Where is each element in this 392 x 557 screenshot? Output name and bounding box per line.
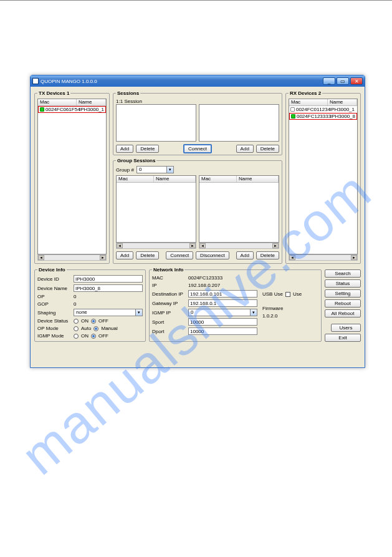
status-dot-icon bbox=[291, 114, 295, 119]
igmp-on-radio[interactable] bbox=[74, 334, 79, 339]
device-info-legend: Device Info bbox=[37, 267, 67, 273]
rx-devices-group: RX Devices 2 Mac Name 0024FC011234 IPH30… bbox=[285, 90, 361, 264]
sessions-delete-right-button[interactable]: Delete bbox=[256, 145, 279, 153]
usb-use-label: USB Use bbox=[262, 291, 283, 297]
igmp-mode-label: IGMP Mode bbox=[37, 333, 71, 339]
shaping-combo[interactable]: none▾ bbox=[74, 309, 143, 316]
device-id-label: Device ID bbox=[37, 276, 71, 282]
rx-legend: RX Devices 2 bbox=[289, 90, 322, 96]
device-info-group: Device Info Device ID Device Name OP0 GO… bbox=[34, 267, 146, 342]
group-add-right-button[interactable]: Add bbox=[236, 251, 254, 259]
chevron-down-icon: ▾ bbox=[250, 309, 257, 316]
sessions-connect-button[interactable]: Connect bbox=[183, 144, 212, 153]
group-scroll-left[interactable]: ◄► bbox=[116, 243, 196, 249]
ip-label: IP bbox=[152, 283, 186, 288]
titlebar: QUOPIN MANGO 1.0.0.0 _ ▭ ✕ bbox=[31, 75, 365, 87]
device-status-label: Device Status bbox=[37, 318, 71, 324]
users-button[interactable]: Users bbox=[331, 324, 361, 332]
network-info-group: Network Info MAC0024FC123333 IP192.168.0… bbox=[149, 267, 322, 342]
device-name-label: Device Name bbox=[37, 286, 71, 291]
device-id-input[interactable] bbox=[74, 275, 143, 283]
status-dot-icon bbox=[290, 107, 295, 112]
destip-input[interactable] bbox=[188, 290, 257, 298]
sessions-group: Sessions 1:1 Session Add Delete Connect bbox=[113, 90, 282, 155]
minimize-button[interactable]: _ bbox=[323, 77, 335, 85]
exit-button[interactable]: Exit bbox=[325, 334, 361, 342]
group-delete-right-button[interactable]: Delete bbox=[256, 251, 279, 259]
tx-device-list[interactable]: Mac Name 0024FC061F54 IPH3000_1 bbox=[37, 99, 107, 254]
group-list-left[interactable]: Mac Name bbox=[116, 175, 196, 243]
sessions-list-left[interactable] bbox=[116, 104, 196, 142]
status-on-radio[interactable] bbox=[74, 319, 79, 324]
firmware-value: 1.0.2.0 bbox=[262, 313, 318, 319]
igmp-off-radio[interactable] bbox=[91, 334, 96, 339]
sessions-delete-left-button[interactable]: Delete bbox=[136, 145, 159, 153]
group-delete-left-button[interactable]: Delete bbox=[136, 251, 159, 259]
tx-scroll[interactable]: ◄► bbox=[37, 254, 107, 261]
rx-col-mac: Mac bbox=[289, 99, 328, 105]
dport-input[interactable] bbox=[188, 327, 257, 335]
close-button[interactable]: ✕ bbox=[350, 77, 363, 85]
chevron-down-icon: ▾ bbox=[135, 309, 142, 316]
group-legend: Group Sessions bbox=[116, 158, 156, 163]
rx-row-0[interactable]: 0024FC011234 IPH3000_1 bbox=[289, 106, 357, 113]
sessions-legend: Sessions bbox=[116, 90, 140, 96]
group-list-right[interactable]: Mac Name bbox=[199, 175, 279, 243]
group-num-label: Group # bbox=[116, 167, 134, 173]
app-window: QUOPIN MANGO 1.0.0.0 _ ▭ ✕ TX Devices 1 … bbox=[30, 75, 365, 368]
rx-scroll[interactable]: ◄► bbox=[289, 254, 358, 261]
op-auto-radio[interactable] bbox=[74, 326, 79, 331]
maximize-button[interactable]: ▭ bbox=[337, 77, 349, 85]
sessions-list-right[interactable] bbox=[199, 104, 279, 142]
mac-value: 0024FC123333 bbox=[188, 275, 222, 281]
group-connect-button[interactable]: Connect bbox=[166, 251, 193, 259]
group-add-left-button[interactable]: Add bbox=[116, 251, 133, 259]
rx-col-name: Name bbox=[328, 99, 357, 105]
tx-legend: TX Devices 1 bbox=[37, 90, 70, 96]
rx-device-list[interactable]: Mac Name 0024FC011234 IPH3000_1 0024FC12… bbox=[289, 99, 358, 254]
usb-use-checkbox[interactable] bbox=[285, 292, 290, 297]
sport-input[interactable] bbox=[188, 318, 257, 326]
status-button[interactable]: Status bbox=[325, 279, 361, 288]
igmpip-label: IGMP IP bbox=[152, 310, 186, 316]
gateway-input[interactable] bbox=[188, 299, 257, 307]
group-num-combo[interactable]: 0▾ bbox=[136, 166, 174, 173]
tx-row-0[interactable]: 0024FC061F54 IPH3000_1 bbox=[38, 106, 106, 113]
shaping-label: Shaping bbox=[37, 310, 71, 316]
sessions-add-left-button[interactable]: Add bbox=[116, 145, 133, 153]
igmpip-combo[interactable]: 0▾ bbox=[188, 309, 257, 316]
tx-devices-group: TX Devices 1 Mac Name 0024FC061F54 IPH30… bbox=[34, 90, 110, 264]
network-info-legend: Network Info bbox=[152, 267, 184, 273]
op-mode-label: OP Mode bbox=[37, 326, 71, 331]
gop-label: GOP bbox=[37, 301, 71, 307]
destip-label: Destination IP bbox=[152, 291, 186, 297]
gateway-label: Gateway IP bbox=[152, 301, 186, 306]
rx-row-1[interactable]: 0024FC123333 IPH3000_8 bbox=[289, 113, 357, 120]
all-reboot-button[interactable]: All Reboot bbox=[325, 309, 361, 317]
ip-value: 192.168.0.207 bbox=[188, 283, 220, 288]
setting-button[interactable]: Setting bbox=[325, 289, 361, 298]
group-sessions-group: Group Sessions Group # 0▾ Mac Name bbox=[113, 158, 282, 264]
sessions-sub: 1:1 Session bbox=[116, 99, 279, 104]
tx-col-mac: Mac bbox=[38, 99, 77, 105]
sport-label: Sport bbox=[152, 319, 186, 325]
reboot-button[interactable]: Reboot bbox=[325, 299, 361, 308]
status-dot-icon bbox=[40, 107, 44, 112]
tx-col-name: Name bbox=[77, 99, 106, 105]
search-button[interactable]: Search bbox=[325, 269, 361, 278]
op-manual-radio[interactable] bbox=[93, 326, 98, 331]
op-label: OP bbox=[37, 294, 71, 299]
app-icon bbox=[32, 78, 39, 84]
sessions-add-right-button[interactable]: Add bbox=[236, 145, 254, 153]
group-scroll-right[interactable]: ◄► bbox=[199, 243, 279, 249]
device-name-input[interactable] bbox=[74, 284, 143, 292]
window-title: QUOPIN MANGO 1.0.0.0 bbox=[41, 79, 322, 84]
group-disconnect-button[interactable]: Disconnect bbox=[196, 251, 229, 259]
mac-label: MAC bbox=[152, 275, 186, 281]
firmware-label: Firmware bbox=[262, 306, 318, 311]
dport-label: Dport bbox=[152, 329, 186, 334]
status-off-radio[interactable] bbox=[91, 319, 96, 324]
chevron-down-icon: ▾ bbox=[166, 167, 173, 173]
